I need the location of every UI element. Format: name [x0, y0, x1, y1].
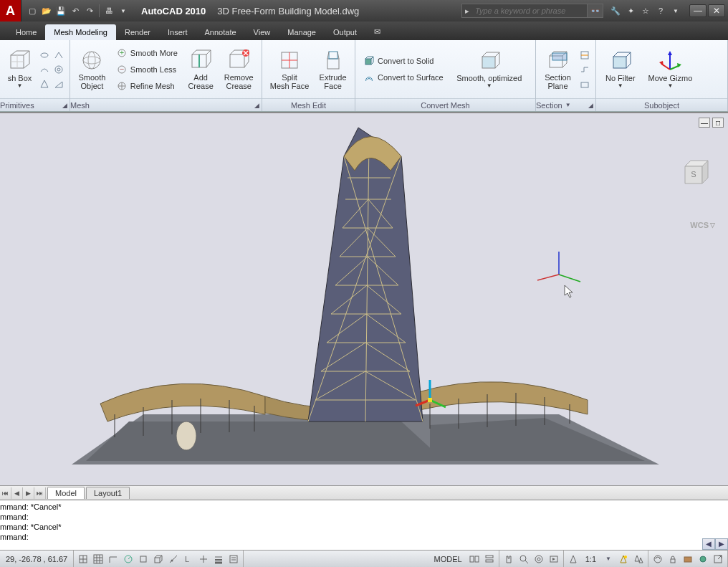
panel-section-dropdown-icon[interactable]: ▼ [565, 102, 571, 108]
annotation-visibility-icon[interactable] [616, 553, 631, 566]
layout-prev-button[interactable]: ◀ [11, 487, 23, 499]
smooth-optimized-button[interactable]: Smooth, optimized ▼ [450, 47, 529, 91]
extrude-face-button[interactable]: Extrude Face [315, 47, 350, 92]
layout-first-button[interactable]: ⏮ [0, 487, 11, 499]
tab-insert[interactable]: Insert [159, 24, 196, 40]
viewcube[interactable]: S [678, 156, 711, 189]
no-filter-button[interactable]: No Filter ▼ [600, 47, 641, 91]
wedge-icon[interactable] [52, 77, 65, 90]
subscription-icon[interactable]: 🔧 [609, 4, 622, 17]
search-dropdown-icon[interactable]: ▸ [462, 6, 472, 16]
hardware-acceleration-icon[interactable] [681, 553, 695, 566]
viewport-minimize-button[interactable]: — [699, 118, 710, 128]
refine-mesh-button[interactable]: Refine Mesh [112, 78, 181, 94]
isolate-objects-icon[interactable] [696, 553, 710, 566]
quick-view-drawings-icon[interactable] [482, 553, 497, 566]
sweep-icon[interactable] [38, 63, 51, 76]
qat-dropdown-icon[interactable]: ▼ [117, 4, 130, 17]
layout-next-button[interactable]: ▶ [23, 487, 34, 499]
search-input[interactable] [472, 4, 587, 17]
search-box[interactable]: ▸ 👓 [461, 4, 603, 18]
layout-tab-model[interactable]: Model [47, 487, 85, 499]
status-coordinates[interactable]: 29, -26.78 , 61.67 [0, 551, 74, 567]
tab-manage[interactable]: Manage [279, 24, 325, 40]
otrack-icon[interactable] [166, 553, 181, 566]
annotation-scale-dropdown[interactable]: ▼ [601, 553, 616, 566]
minimize-button[interactable]: — [689, 4, 707, 17]
section-plane-button[interactable]: Section Plane [540, 47, 575, 92]
quick-properties-icon[interactable] [226, 553, 241, 566]
cmd-scroll-left[interactable]: ◀ [702, 538, 715, 550]
snap-mode-icon[interactable] [76, 553, 90, 566]
open-icon[interactable]: 📂 [40, 4, 53, 17]
save-icon[interactable]: 💾 [54, 4, 67, 17]
tab-render[interactable]: Render [116, 24, 159, 40]
revolve-icon[interactable] [38, 49, 51, 62]
osnap3d-icon[interactable] [151, 553, 166, 566]
pan-icon[interactable] [502, 553, 516, 566]
status-model-label[interactable]: MODEL [430, 555, 466, 563]
express-tools-icon[interactable]: ✉ [365, 24, 389, 40]
new-icon[interactable]: ▢ [26, 4, 39, 17]
help-dropdown-icon[interactable]: ▼ [669, 4, 682, 17]
favorites-icon[interactable]: ☆ [639, 4, 652, 17]
help-icon[interactable]: ? [654, 4, 667, 17]
drawing-area[interactable] [0, 113, 728, 485]
section-jog-icon[interactable] [578, 63, 591, 76]
split-mesh-face-button[interactable]: Split Mesh Face [267, 47, 312, 92]
remove-crease-button[interactable]: Remove Crease [220, 47, 257, 92]
zoom-icon[interactable] [517, 553, 531, 566]
polar-tracking-icon[interactable] [121, 553, 135, 566]
live-section-icon[interactable] [578, 49, 591, 62]
quick-view-layouts-icon[interactable] [467, 553, 482, 566]
dynamic-input-icon[interactable] [196, 553, 211, 566]
loft-icon[interactable] [52, 49, 65, 62]
command-window[interactable]: mmand: *Cancel* mmand: mmand: *Cancel* m… [0, 500, 728, 550]
annotation-autoscale-icon[interactable] [631, 553, 646, 566]
smooth-more-button[interactable]: + Smooth More [112, 45, 181, 61]
tab-mesh-modeling[interactable]: Mesh Modeling [45, 24, 116, 40]
steering-wheel-icon[interactable] [532, 553, 546, 566]
search-binoculars-icon[interactable]: 👓 [587, 4, 603, 17]
undo-icon[interactable]: ↶ [69, 4, 82, 17]
close-button[interactable]: ✕ [708, 4, 725, 17]
print-icon[interactable]: 🖶 [102, 4, 115, 17]
add-crease-button[interactable]: Add Crease [184, 47, 218, 92]
viewport[interactable]: — □ S WCS ▽ [0, 112, 728, 485]
ortho-mode-icon[interactable] [106, 553, 120, 566]
showmotion-icon[interactable] [547, 553, 561, 566]
cmd-scroll-right[interactable]: ▶ [715, 538, 728, 550]
wcs-label[interactable]: WCS ▽ [690, 221, 715, 229]
move-gizmo-button[interactable]: Move Gizmo ▼ [643, 47, 698, 91]
convert-to-solid-button[interactable]: Convert to Solid [360, 53, 447, 69]
osnap-icon[interactable] [136, 553, 150, 566]
tab-home[interactable]: Home [7, 24, 45, 40]
layout-tab-layout1[interactable]: Layout1 [86, 487, 130, 499]
toolbar-lock-icon[interactable] [666, 553, 680, 566]
tab-annotate[interactable]: Annotate [196, 24, 245, 40]
annotation-scale-value[interactable]: 1:1 [581, 555, 600, 563]
torus-icon[interactable] [52, 63, 65, 76]
clean-screen-icon[interactable] [711, 553, 725, 566]
tab-view[interactable]: View [245, 24, 279, 40]
lineweight-icon[interactable] [211, 553, 226, 566]
ducs-icon[interactable]: L [181, 553, 196, 566]
panel-mesh-expand[interactable]: ◢ [254, 102, 259, 109]
pyramid-icon[interactable] [38, 77, 51, 90]
redo-icon[interactable]: ↷ [83, 4, 96, 17]
workspace-switching-icon[interactable] [651, 553, 665, 566]
app-menu-button[interactable]: A [0, 0, 21, 22]
smooth-object-button[interactable]: Smooth Object [75, 47, 110, 92]
section-generate-icon[interactable] [578, 77, 591, 90]
panel-primitives-expand[interactable]: ◢ [62, 102, 67, 109]
mesh-box-button[interactable]: sh Box ▼ [4, 47, 35, 91]
convert-to-surface-button[interactable]: Convert to Surface [360, 70, 447, 85]
grid-display-icon[interactable] [91, 553, 105, 566]
smooth-less-button[interactable]: − Smooth Less [112, 62, 181, 77]
panel-section-expand[interactable]: ◢ [588, 102, 593, 109]
viewport-maximize-button[interactable]: □ [712, 118, 724, 128]
communication-icon[interactable]: ✦ [624, 4, 637, 17]
layout-last-button[interactable]: ⏭ [34, 487, 46, 499]
tab-output[interactable]: Output [325, 24, 365, 40]
annotation-scale-icon[interactable] [566, 553, 580, 566]
